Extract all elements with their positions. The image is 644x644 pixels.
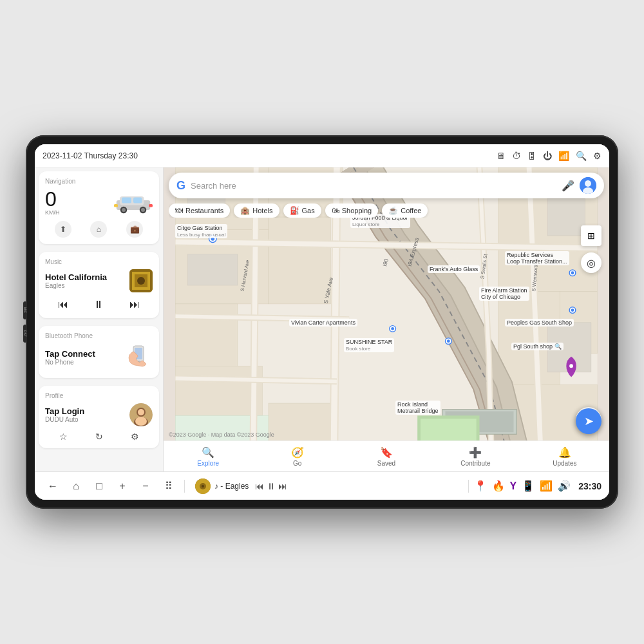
home-button[interactable]: ⌂: [66, 476, 86, 497]
navigation-card[interactable]: Navigation 0 KM/H: [39, 171, 159, 244]
volume-icon[interactable]: 🔊: [558, 480, 571, 492]
gas-label: Gas: [302, 207, 315, 214]
mic-icon[interactable]: 🎤: [562, 180, 574, 192]
taskbar-next[interactable]: ⏭: [278, 481, 287, 491]
hotels-icon: 🏨: [240, 206, 250, 215]
explore-label: Explore: [197, 460, 219, 467]
taskbar-prev[interactable]: ⏮: [255, 481, 264, 491]
car-image: [114, 191, 153, 214]
go-tab[interactable]: 🧭 Go: [252, 446, 341, 467]
user-avatar[interactable]: [580, 177, 596, 194]
navigation-body: 0 KM/H: [45, 189, 153, 216]
taskbar-time: 23:30: [578, 481, 601, 491]
steering-icon: 🎛: [527, 151, 536, 161]
minus-button[interactable]: −: [135, 476, 156, 497]
yahoo-icon[interactable]: Y: [510, 480, 517, 492]
go-label: Go: [293, 460, 301, 467]
restaurants-pill[interactable]: 🍽 Restaurants: [169, 204, 230, 218]
next-button[interactable]: ⏭: [126, 298, 144, 312]
speed-display: 0: [45, 189, 60, 209]
bluetooth-card[interactable]: Bluetooth Phone Tap Connect No Phone: [39, 326, 159, 378]
home-button[interactable]: ⌂: [90, 221, 107, 238]
location-icon: 📍: [474, 480, 487, 492]
restaurants-label: Restaurants: [185, 207, 223, 214]
saved-tab[interactable]: 🔖 Saved: [342, 446, 431, 467]
music-app-icon[interactable]: 🔥: [492, 480, 505, 492]
taskbar: ← ⌂ □ + − ⠿: [35, 471, 609, 500]
saved-label: Saved: [377, 460, 395, 467]
svg-rect-25: [175, 304, 237, 366]
status-icons: 🖥 ⏱ 🎛 ⏻ 📶 🔍 ⚙: [497, 151, 601, 161]
separator-2: [468, 480, 469, 493]
settings-button[interactable]: ⚙: [131, 431, 139, 442]
add-button[interactable]: +: [112, 476, 133, 497]
profile-actions: ☆ ↻ ⚙: [45, 431, 153, 442]
map-bottom-bar: 🔍 Explore 🧭 Go 🔖 Saved ➕ Contribute: [164, 440, 609, 471]
nav-button[interactable]: ➤: [576, 408, 601, 434]
map-area[interactable]: S Yale Ave I94 Express I90 S Harvard Ave…: [164, 167, 609, 471]
grid-icon: ⠿: [165, 480, 173, 492]
prev-button[interactable]: ⏮: [54, 298, 72, 312]
taskbar-play[interactable]: ⏸: [267, 481, 276, 491]
mic-button[interactable]: MIC: [23, 301, 27, 319]
grid-button[interactable]: ⠿: [158, 476, 179, 497]
rst-button[interactable]: RST: [23, 325, 27, 343]
time-icon: ⏱: [512, 151, 521, 161]
recents-icon: □: [96, 480, 102, 492]
svg-rect-8: [114, 204, 118, 207]
svg-rect-28: [269, 217, 330, 304]
song-title: Hotel California: [45, 272, 124, 282]
home-icon: ⌂: [73, 480, 79, 492]
shopping-icon: 🛍: [332, 206, 339, 215]
android-auto-icon[interactable]: 📱: [522, 480, 535, 492]
shopping-pill[interactable]: 🛍 Shopping: [325, 204, 379, 218]
side-buttons: MIC RST: [23, 301, 27, 343]
recents-button[interactable]: □: [89, 476, 109, 497]
svg-point-54: [571, 308, 574, 312]
gas-icon: ⛽: [290, 206, 299, 215]
coffee-label: Coffee: [401, 207, 421, 214]
speed-unit: KM/H: [45, 209, 60, 216]
svg-point-56: [391, 327, 394, 330]
minus-icon: −: [142, 480, 148, 492]
compass[interactable]: ◎: [581, 252, 601, 273]
svg-rect-9: [149, 204, 153, 207]
layers-button[interactable]: ⊞: [581, 225, 601, 246]
add-icon: +: [119, 480, 125, 492]
song-info: Hotel California Eagles: [45, 272, 124, 289]
updates-tab[interactable]: 🔔 Updates: [520, 446, 609, 467]
taskbar-status: 📍 🔥 Y 📱 📶 🔊 23:30: [474, 480, 601, 492]
search-icon: 🔍: [576, 151, 587, 161]
gas-pill[interactable]: ⛽ Gas: [283, 204, 321, 218]
svg-rect-26: [175, 366, 262, 415]
map-searchbar[interactable]: G Search here 🎤: [169, 173, 604, 198]
refresh-button[interactable]: ↻: [95, 431, 103, 442]
song-artist: Eagles: [45, 282, 124, 289]
work-button[interactable]: 💼: [126, 221, 143, 238]
google-logo: G: [176, 179, 185, 193]
power-icon: ⏻: [543, 151, 552, 161]
contribute-icon: ➕: [469, 446, 482, 459]
svg-rect-3: [133, 198, 142, 204]
search-placeholder[interactable]: Search here: [191, 181, 556, 191]
svg-point-52: [571, 271, 574, 274]
map-categories: 🍽 Restaurants 🏨 Hotels ⛽ Gas 🛍 Shopping: [169, 204, 604, 218]
svg-point-50: [211, 237, 214, 241]
svg-point-5: [122, 208, 126, 212]
updates-icon: 🔔: [558, 446, 571, 459]
profile-card[interactable]: Profile Tap Login DUDU Auto: [39, 386, 159, 448]
explore-tab[interactable]: 🔍 Explore: [164, 446, 252, 467]
pause-button[interactable]: ⏸: [90, 298, 108, 312]
hotels-pill[interactable]: 🏨 Hotels: [234, 204, 279, 218]
hotels-label: Hotels: [252, 207, 272, 214]
separator-1: [184, 480, 185, 493]
back-button[interactable]: ←: [43, 476, 63, 497]
contribute-tab[interactable]: ➕ Contribute: [431, 446, 520, 467]
phone-icon: [124, 343, 153, 372]
coffee-pill[interactable]: ☕ Coffee: [382, 204, 428, 218]
star-button[interactable]: ☆: [59, 431, 68, 442]
navigate-button[interactable]: ⬆: [55, 221, 71, 238]
svg-point-20: [138, 409, 144, 415]
music-card[interactable]: Music Hotel California Eagles: [39, 252, 159, 318]
back-icon: ←: [48, 480, 58, 492]
